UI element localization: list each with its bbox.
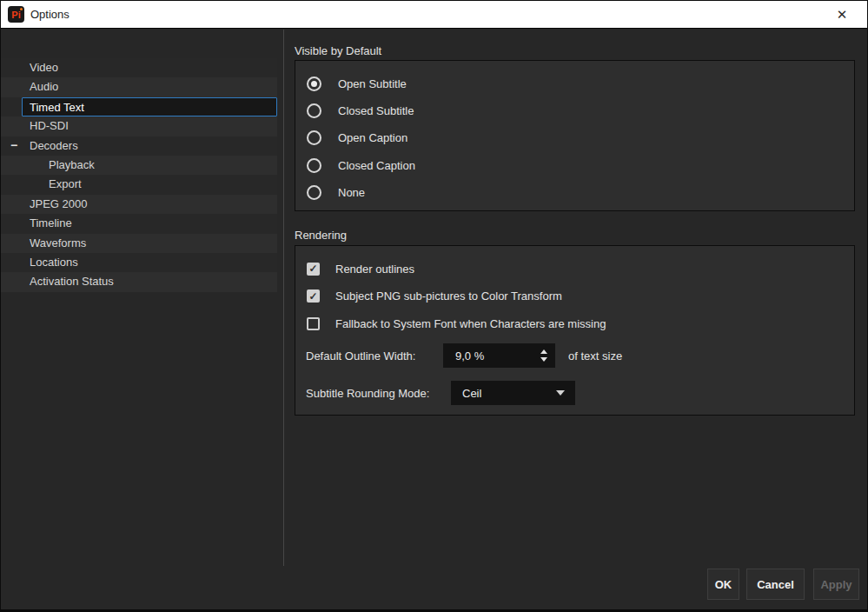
sidebar-item-audio[interactable]: Audio [1, 77, 277, 96]
sidebar-divider [283, 30, 284, 566]
selection-highlight: Timed Text [22, 97, 277, 116]
radio-label: Open Caption [338, 131, 407, 144]
radio-label: Closed Subtitle [338, 104, 414, 117]
sidebar-item-hd-sdi[interactable]: HD-SDI [1, 116, 277, 136]
spin-down-icon[interactable] [540, 357, 547, 362]
spin-up-icon[interactable] [540, 349, 547, 354]
checkbox-png-color-transform[interactable]: ✓ Subject PNG sub-pictures to Color Tran… [307, 289, 606, 303]
options-dialog: Pi Options ✕ Video Audio Timed Text HD-S… [0, 0, 868, 612]
close-icon[interactable]: ✕ [827, 2, 857, 28]
checkbox-label: Fallback to System Font when Characters … [335, 317, 606, 330]
sidebar-item-activation-status[interactable]: Activation Status [1, 272, 277, 291]
checkbox-checked-icon: ✓ [307, 289, 320, 303]
sidebar-item-label: HD-SDI [30, 116, 69, 136]
sidebar-item-label: Activation Status [30, 272, 114, 291]
sidebar-item-label: JPEG 2000 [30, 195, 88, 214]
sidebar-item-playback[interactable]: Playback [1, 156, 277, 175]
sidebar-item-label: Timeline [30, 214, 72, 233]
window-title: Options [30, 8, 70, 21]
radio-label: None [338, 186, 365, 199]
radio-open-subtitle[interactable]: Open Subtitle [307, 77, 415, 90]
app-logo-icon: Pi [8, 6, 24, 23]
apply-button: Apply [813, 569, 859, 600]
radio-closed-caption[interactable]: Closed Caption [307, 159, 415, 171]
sidebar-item-label: Audio [30, 77, 58, 96]
checkbox-checked-icon: ✓ [307, 263, 320, 276]
sidebar-item-label: Video [30, 58, 58, 77]
checkbox-label: Subject PNG sub-pictures to Color Transf… [335, 289, 562, 303]
rendering-title: Rendering [295, 229, 347, 242]
outline-width-value: 9,0 % [455, 349, 484, 363]
checkbox-unchecked-icon [307, 317, 320, 330]
sidebar-item-video[interactable]: Video [1, 58, 277, 77]
outline-width-suffix: of text size [568, 349, 622, 363]
sidebar-item-label: Export [49, 175, 82, 194]
cancel-button[interactable]: Cancel [746, 569, 805, 600]
radio-icon [307, 76, 321, 91]
sidebar-item-waveforms[interactable]: Waveforms [1, 234, 277, 253]
visible-by-default-group: Open Subtitle Closed Subtitle Open Capti… [295, 60, 855, 211]
radio-icon [307, 158, 321, 173]
checkbox-fallback-system-font[interactable]: Fallback to System Font when Characters … [307, 316, 606, 330]
radio-icon [307, 103, 321, 118]
checkbox-label: Render outlines [335, 263, 414, 276]
radio-icon [307, 185, 321, 200]
rounding-mode-value: Ceil [462, 387, 481, 400]
radio-none[interactable]: None [307, 187, 415, 199]
rounding-mode-label: Subtitle Rounding Mode: [306, 387, 429, 400]
sidebar-item-export[interactable]: Export [1, 175, 277, 194]
sidebar-item-label: Decoders [30, 136, 78, 156]
sidebar-item-timeline[interactable]: Timeline [1, 214, 277, 233]
checkbox-render-outlines[interactable]: ✓ Render outlines [307, 262, 606, 276]
sidebar-item-label: Playback [49, 156, 95, 175]
collapse-icon[interactable]: − [9, 136, 19, 156]
sidebar-item-label: Locations [30, 253, 78, 272]
visible-by-default-title: Visible by Default [295, 44, 381, 57]
radio-closed-subtitle[interactable]: Closed Subtitle [307, 104, 415, 116]
sidebar-item-timed-text[interactable]: Timed Text [1, 97, 277, 116]
radio-label: Closed Caption [338, 159, 415, 172]
sidebar-item-label: Timed Text [30, 99, 84, 116]
sidebar-item-locations[interactable]: Locations [1, 253, 277, 272]
radio-icon [307, 130, 321, 145]
rounding-mode-dropdown[interactable]: Ceil [451, 381, 575, 405]
outline-width-spinbox[interactable]: 9,0 % [443, 343, 555, 368]
radio-label: Open Subtitle [338, 77, 407, 90]
rendering-group: ✓ Render outlines ✓ Subject PNG sub-pict… [295, 245, 855, 416]
outline-width-label: Default Outline Width: [306, 349, 415, 363]
sidebar-item-decoders[interactable]: − Decoders [1, 136, 277, 156]
radio-open-caption[interactable]: Open Caption [307, 132, 415, 144]
titlebar: Pi Options ✕ [1, 1, 867, 29]
sidebar-item-label: Waveforms [30, 234, 86, 253]
settings-tree: Video Audio Timed Text HD-SDI − Decoders… [1, 30, 283, 609]
sidebar-item-jpeg-2000[interactable]: JPEG 2000 [1, 195, 277, 214]
dropdown-arrow-icon [556, 390, 565, 396]
ok-button[interactable]: OK [707, 569, 739, 600]
